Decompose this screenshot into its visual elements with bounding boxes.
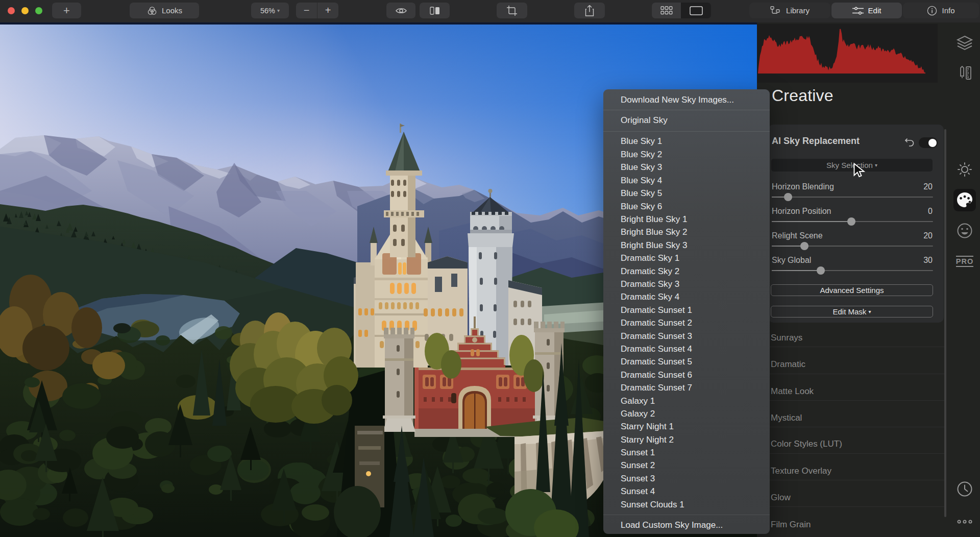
svg-text:PRO: PRO <box>956 257 973 265</box>
